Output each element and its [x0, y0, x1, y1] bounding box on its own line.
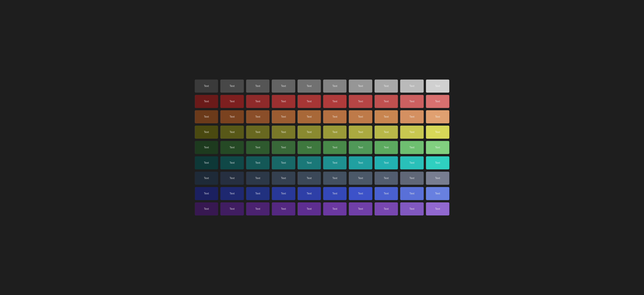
- color-cell-purple-1[interactable]: Text: [220, 202, 244, 215]
- color-cell-teal-5[interactable]: Text: [323, 156, 346, 169]
- color-cell-purple-8[interactable]: Text: [400, 202, 424, 215]
- color-cell-orange-brown-2[interactable]: Text: [246, 110, 270, 123]
- color-cell-label-gray-9: Text: [435, 85, 440, 88]
- color-cell-label-purple-6: Text: [358, 207, 363, 210]
- color-cell-blue-gray-8[interactable]: Text: [400, 172, 424, 185]
- color-cell-label-blue-6: Text: [358, 192, 363, 195]
- color-cell-yellow-olive-1[interactable]: Text: [220, 126, 244, 139]
- color-cell-purple-7[interactable]: Text: [374, 202, 398, 215]
- color-cell-red-6[interactable]: Text: [349, 95, 372, 108]
- color-cell-blue-gray-2[interactable]: Text: [246, 172, 270, 185]
- color-cell-red-1[interactable]: Text: [220, 95, 244, 108]
- color-cell-blue-9[interactable]: Text: [426, 187, 449, 200]
- color-cell-blue-gray-0[interactable]: Text: [195, 172, 218, 185]
- color-cell-teal-8[interactable]: Text: [400, 156, 424, 169]
- color-cell-yellow-olive-5[interactable]: Text: [323, 126, 346, 139]
- color-cell-teal-2[interactable]: Text: [246, 156, 270, 169]
- color-cell-blue-1[interactable]: Text: [220, 187, 244, 200]
- color-cell-gray-1[interactable]: Text: [220, 80, 244, 93]
- color-cell-blue-7[interactable]: Text: [374, 187, 398, 200]
- color-cell-purple-2[interactable]: Text: [246, 202, 270, 215]
- color-cell-green-1[interactable]: Text: [220, 141, 244, 154]
- color-cell-teal-0[interactable]: Text: [195, 156, 218, 169]
- color-cell-green-2[interactable]: Text: [246, 141, 270, 154]
- color-cell-orange-brown-3[interactable]: Text: [272, 110, 295, 123]
- color-cell-teal-3[interactable]: Text: [272, 156, 295, 169]
- color-cell-label-blue-gray-1: Text: [230, 177, 235, 180]
- color-cell-yellow-olive-0[interactable]: Text: [195, 126, 218, 139]
- color-cell-teal-9[interactable]: Text: [426, 156, 449, 169]
- color-cell-green-9[interactable]: Text: [426, 141, 449, 154]
- color-cell-blue-gray-5[interactable]: Text: [323, 172, 346, 185]
- color-cell-teal-4[interactable]: Text: [298, 156, 321, 169]
- color-cell-red-5[interactable]: Text: [323, 95, 346, 108]
- color-cell-red-0[interactable]: Text: [195, 95, 218, 108]
- color-cell-gray-4[interactable]: Text: [298, 80, 321, 93]
- color-cell-teal-1[interactable]: Text: [220, 156, 244, 169]
- color-cell-gray-3[interactable]: Text: [272, 80, 295, 93]
- color-cell-gray-0[interactable]: Text: [195, 80, 218, 93]
- color-cell-teal-6[interactable]: Text: [349, 156, 372, 169]
- color-cell-purple-4[interactable]: Text: [298, 202, 321, 215]
- color-cell-green-6[interactable]: Text: [349, 141, 372, 154]
- color-cell-blue-0[interactable]: Text: [195, 187, 218, 200]
- color-cell-blue-4[interactable]: Text: [298, 187, 321, 200]
- color-cell-blue-gray-7[interactable]: Text: [374, 172, 398, 185]
- color-cell-gray-8[interactable]: Text: [400, 80, 424, 93]
- color-cell-teal-7[interactable]: Text: [374, 156, 398, 169]
- color-cell-red-4[interactable]: Text: [298, 95, 321, 108]
- color-cell-red-7[interactable]: Text: [374, 95, 398, 108]
- color-cell-purple-5[interactable]: Text: [323, 202, 346, 215]
- color-cell-purple-0[interactable]: Text: [195, 202, 218, 215]
- color-cell-gray-6[interactable]: Text: [349, 80, 372, 93]
- color-cell-yellow-olive-7[interactable]: Text: [374, 126, 398, 139]
- color-cell-orange-brown-4[interactable]: Text: [298, 110, 321, 123]
- color-cell-orange-brown-1[interactable]: Text: [220, 110, 244, 123]
- color-cell-blue-gray-9[interactable]: Text: [426, 172, 449, 185]
- color-cell-red-2[interactable]: Text: [246, 95, 270, 108]
- color-cell-blue-gray-6[interactable]: Text: [349, 172, 372, 185]
- color-cell-label-blue-gray-8: Text: [410, 177, 414, 180]
- color-cell-yellow-olive-4[interactable]: Text: [298, 126, 321, 139]
- color-cell-label-green-0: Text: [204, 146, 209, 149]
- color-cell-label-purple-8: Text: [410, 207, 414, 210]
- color-cell-label-red-6: Text: [358, 100, 363, 103]
- color-cell-orange-brown-8[interactable]: Text: [400, 110, 424, 123]
- color-cell-label-teal-8: Text: [410, 161, 414, 164]
- color-cell-gray-9[interactable]: Text: [426, 80, 449, 93]
- color-cell-purple-9[interactable]: Text: [426, 202, 449, 215]
- color-cell-orange-brown-9[interactable]: Text: [426, 110, 449, 123]
- color-cell-yellow-olive-8[interactable]: Text: [400, 126, 424, 139]
- color-cell-red-9[interactable]: Text: [426, 95, 449, 108]
- color-cell-gray-2[interactable]: Text: [246, 80, 270, 93]
- color-cell-green-3[interactable]: Text: [272, 141, 295, 154]
- color-cell-red-3[interactable]: Text: [272, 95, 295, 108]
- color-cell-blue-gray-1[interactable]: Text: [220, 172, 244, 185]
- color-cell-blue-3[interactable]: Text: [272, 187, 295, 200]
- color-cell-green-0[interactable]: Text: [195, 141, 218, 154]
- color-cell-red-8[interactable]: Text: [400, 95, 424, 108]
- color-cell-blue-2[interactable]: Text: [246, 187, 270, 200]
- color-cell-orange-brown-6[interactable]: Text: [349, 110, 372, 123]
- color-cell-blue-8[interactable]: Text: [400, 187, 424, 200]
- color-cell-green-7[interactable]: Text: [374, 141, 398, 154]
- color-cell-purple-6[interactable]: Text: [349, 202, 372, 215]
- color-cell-blue-5[interactable]: Text: [323, 187, 346, 200]
- color-cell-green-5[interactable]: Text: [323, 141, 346, 154]
- color-cell-yellow-olive-2[interactable]: Text: [246, 126, 270, 139]
- color-cell-green-8[interactable]: Text: [400, 141, 424, 154]
- color-cell-blue-gray-4[interactable]: Text: [298, 172, 321, 185]
- color-cell-label-teal-6: Text: [358, 161, 363, 164]
- color-cell-yellow-olive-9[interactable]: Text: [426, 126, 449, 139]
- color-cell-purple-3[interactable]: Text: [272, 202, 295, 215]
- color-cell-orange-brown-5[interactable]: Text: [323, 110, 346, 123]
- color-cell-orange-brown-7[interactable]: Text: [374, 110, 398, 123]
- color-cell-yellow-olive-6[interactable]: Text: [349, 126, 372, 139]
- color-cell-yellow-olive-3[interactable]: Text: [272, 126, 295, 139]
- color-cell-gray-7[interactable]: Text: [374, 80, 398, 93]
- color-cell-green-4[interactable]: Text: [298, 141, 321, 154]
- color-cell-blue-6[interactable]: Text: [349, 187, 372, 200]
- color-cell-gray-5[interactable]: Text: [323, 80, 346, 93]
- color-cell-blue-gray-3[interactable]: Text: [272, 172, 295, 185]
- color-cell-orange-brown-0[interactable]: Text: [195, 110, 218, 123]
